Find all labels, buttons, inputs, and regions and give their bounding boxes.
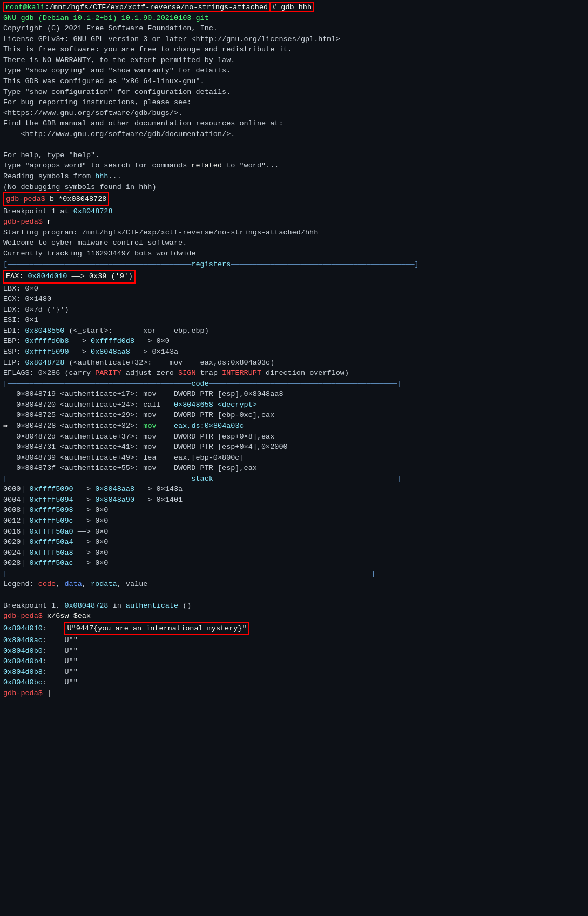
final-prompt[interactable]: gdb-peda$ | (3, 688, 585, 699)
eax-box: EAX: 0x804d010 ——> 0x39 ('9') (3, 270, 136, 284)
breakpoint-cmd: gdb-peda$ b *0x08048728 (3, 192, 585, 206)
stack-28: 0028| 0xffff50ac ——> 0×0 (3, 558, 585, 569)
breakpoint-box: gdb-peda$ b *0x08048728 (3, 192, 109, 206)
code-2: 0×8048720 <authenticate+24>: call 0×8048… (3, 400, 585, 410)
configured: This GDB was configured as "x86_64-linux… (3, 76, 585, 87)
stack-header: [———————————————————————————————————————… (3, 474, 585, 484)
license: License GPLv3+: GNU GPL version 3 or lat… (3, 34, 585, 45)
stack-0: 0000| 0xffff5090 ——> 0×8048aa8 ——> 0×143… (3, 484, 585, 495)
starting-program: Starting program: /mnt/hgfs/CTF/exp/xctf… (3, 227, 585, 238)
manual-url: <http://www.gnu.org/software/gdb/documen… (3, 129, 585, 140)
bug-url: <https://www.gnu.org/software/gdb/bugs/>… (3, 108, 585, 119)
flag-line: 0x804d010: U"9447{you_are_an_internation… (3, 622, 585, 636)
code-header: [———————————————————————————————————————… (3, 379, 585, 389)
edx-line: EDX: 0×7d ('}') (3, 305, 585, 315)
tracking: Currently tracking 1162934497 bots world… (3, 248, 585, 259)
examine-cmd: gdb-peda$ x/6sw $eax (3, 611, 585, 622)
breakpoint-hit: Breakpoint 1, 0x08048728 in authenticate… (3, 601, 585, 611)
ebp-line: EBP: 0xffffd0b8 ——> 0xffffd0d8 ——> 0×0 (3, 336, 585, 347)
edi-line: EDI: 0x8048550 (<_start>: xor ebp,ebp) (3, 326, 585, 336)
title-bar: root@kali:/mnt/hgfs/CTF/exp/xctf-reverse… (3, 2, 270, 12)
bug-report: For bug reporting instructions, please s… (3, 97, 585, 108)
show-copying: Type "show copying" and "show warranty" … (3, 65, 585, 76)
addr-0b4: 0x804d0b4: U"" (3, 656, 585, 667)
warranty: There is NO WARRANTY, to the extent perm… (3, 55, 585, 66)
apropos-hint: Type "apropos word" to search for comman… (3, 160, 585, 171)
manual-find: Find the GDB manual and other documentat… (3, 118, 585, 129)
registers-header: [———————————————————————————————————————… (3, 259, 585, 270)
code-7: 0×8048739 <authenticate+49>: lea eax,[eb… (3, 453, 585, 463)
stack-4: 0004| 0xffff5094 ——> 0×8048a90 ——> 0×140… (3, 495, 585, 506)
eax-line: EAX: 0x804d010 ——> 0x39 ('9') (3, 270, 585, 284)
stack-8: 0008| 0xffff5098 ——> 0×0 (3, 505, 585, 516)
reading-symbols: Reading symbols from hhh... (3, 171, 585, 182)
line-1: root@kali:/mnt/hgfs/CTF/exp/xctf-reverse… (3, 2, 585, 13)
no-debug: (No debugging symbols found in hhh) (3, 182, 585, 193)
addr-0b8: 0x804d0b8: U"" (3, 667, 585, 678)
bottom-separator: [———————————————————————————————————————… (3, 569, 585, 580)
addr-0b0: 0x804d0b0: U"" (3, 646, 585, 657)
ebx-line: EBX: 0×0 (3, 284, 585, 294)
code-8: 0×804873f <authenticate+55>: mov DWORD P… (3, 463, 585, 474)
addr-0bc: 0x804d0bc: U"" (3, 677, 585, 688)
code-1: 0×8048719 <authenticate+17>: mov DWORD P… (3, 389, 585, 400)
show-config: Type "show configuration" for configurat… (3, 87, 585, 98)
addr-0ac: 0x804d0ac: U"" (3, 635, 585, 646)
stack-16: 0016| 0xffff50a0 ——> 0×0 (3, 527, 585, 537)
breakpoint-result: Breakpoint 1 at 0x8048728 (3, 206, 585, 217)
code-6: 0×8048731 <authenticate+41>: mov DWORD P… (3, 442, 585, 453)
eip-line: EIP: 0x8048728 (<authenticate+32>: mov e… (3, 358, 585, 368)
command-box: # gdb hhh (270, 2, 314, 12)
esi-line: ESI: 0×1 (3, 315, 585, 326)
code-4: ⇒ 0×8048728 <authenticate+32>: mov eax,d… (3, 421, 585, 432)
code-3: 0×8048725 <authenticate+29>: mov DWORD P… (3, 410, 585, 421)
copyright: Copyright (C) 2021 Free Software Foundat… (3, 23, 585, 34)
welcome: Welcome to cyber malware control softwar… (3, 238, 585, 248)
blank-2 (3, 590, 585, 601)
flag-box: U"9447{you_are_an_international_mystery}… (64, 622, 249, 636)
stack-20: 0020| 0xffff50a4 ——> 0×0 (3, 537, 585, 548)
stack-12: 0012| 0xffff509c ——> 0×0 (3, 516, 585, 527)
free-sw: This is free software: you are free to c… (3, 44, 585, 55)
run-cmd: gdb-peda$ r (3, 217, 585, 227)
eflags-line: EFLAGS: 0×286 (carry PARITY adjust zero … (3, 368, 585, 379)
code-5: 0×804872d <authenticate+37>: mov DWORD P… (3, 432, 585, 442)
stack-24: 0024| 0xffff50a8 ——> 0×0 (3, 548, 585, 558)
ecx-line: ECX: 0×1480 (3, 294, 585, 305)
help-hint: For help, type "help". (3, 150, 585, 161)
terminal: root@kali:/mnt/hgfs/CTF/exp/xctf-reverse… (0, 0, 588, 701)
legend: Legend: code, data, rodata, value (3, 579, 585, 590)
esp-line: ESP: 0xffff5090 ——> 0x8048aa8 ——> 0×143a (3, 347, 585, 358)
blank-1 (3, 139, 585, 150)
gdb-version: GNU gdb (Debian 10.1-2+b1) 10.1.90.20210… (3, 13, 585, 24)
